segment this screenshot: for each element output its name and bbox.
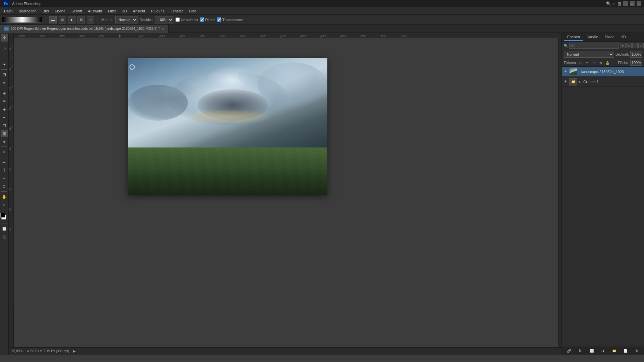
gradient-tool[interactable]: ▥ <box>1 130 8 137</box>
canvas-content[interactable] <box>14 38 558 347</box>
vertical-scrollbar[interactable] <box>558 38 561 347</box>
opacity-select[interactable]: 100% <box>155 16 173 23</box>
menu-filter[interactable]: Filter <box>105 8 119 14</box>
linear-gradient-btn[interactable]: ▬ <box>49 16 57 23</box>
dodge-tool[interactable]: ○ <box>1 148 8 156</box>
tab-3d[interactable]: 3D <box>618 34 629 41</box>
eraser-tool[interactable]: ◻ <box>1 122 8 129</box>
top-right-search[interactable]: 🔍 <box>606 1 611 6</box>
layer-visibility-gruppe1[interactable]: 👁 <box>563 79 568 84</box>
layer-item-landscape[interactable]: 👁 landscape-2130524_1920 <box>562 67 644 77</box>
layers-search-input[interactable] <box>569 43 619 49</box>
svg-text:3000: 3000 <box>240 35 246 37</box>
blur-tool[interactable]: ◈ <box>1 138 8 145</box>
svg-text:500: 500 <box>140 35 144 37</box>
tool-separator3 <box>1 88 7 88</box>
layer-item-gruppe1[interactable]: 👁 📁 ▶ Gruppe 1 <box>562 77 644 87</box>
new-group-btn[interactable]: 📁 <box>611 348 618 354</box>
menu-3d[interactable]: 3D <box>119 8 129 14</box>
main-layout: ✛ ▭ ⌒ ✦ ⊡ ✒ ⊕ ✏ ⊗ ↩ ◻ ▥ ◈ ○ ✒ T ↖ □ ✋ ⌕ … <box>0 33 644 355</box>
lock-image-btn[interactable]: ✏ <box>585 60 590 65</box>
shape-tool[interactable]: □ <box>1 183 8 190</box>
path-select-tool[interactable]: ↖ <box>1 175 8 182</box>
history-brush-tool[interactable]: ↩ <box>1 114 8 121</box>
window-close[interactable]: ✕ <box>637 1 641 6</box>
canvas-wrapper: -2500 -2000 -1500 -1000 -500 0 500 1000 <box>9 33 561 355</box>
zoom-tool[interactable]: ⌕ <box>1 201 8 208</box>
svg-text:20: 20 <box>9 127 11 130</box>
top-right-panel[interactable]: ▦ <box>618 1 621 6</box>
opacity-input[interactable] <box>630 51 642 58</box>
window-maximize[interactable]: □ <box>630 1 635 6</box>
marquee-tool[interactable]: ▭ <box>1 45 8 52</box>
doc-tab-close[interactable]: ✕ <box>162 27 164 31</box>
healing-brush-tool[interactable]: ⊕ <box>1 89 8 97</box>
menu-ansicht[interactable]: Ansicht <box>130 8 148 14</box>
brush-tool[interactable]: ✏ <box>1 98 8 105</box>
reflected-gradient-btn[interactable]: ⊟ <box>77 16 85 23</box>
fill-input[interactable] <box>630 60 642 66</box>
tab-pfade[interactable]: Pfade <box>601 34 618 41</box>
lock-pixels-btn[interactable]: ⬡ <box>578 60 583 65</box>
status-bar: 15,89% 4936 Px x 3319 Px (300 ppi) ▶ <box>9 347 561 355</box>
tab-ebenen[interactable]: Ebenen <box>564 34 583 41</box>
dither-checkbox[interactable] <box>200 17 204 22</box>
move-tool[interactable]: ✛ <box>1 34 8 42</box>
menu-plugins[interactable]: Plug-ins <box>148 8 167 14</box>
title-bar: Ps Adobe Photoshop 🔍 ⌕ ▦ ─ □ ✕ <box>0 0 644 7</box>
new-layer-btn[interactable]: 📄 <box>622 348 629 354</box>
top-right-zoom[interactable]: ⌕ <box>613 1 615 6</box>
diamond-gradient-btn[interactable]: ◇ <box>87 16 94 23</box>
filter-text-btn[interactable]: T <box>632 43 638 48</box>
reverse-checkbox[interactable] <box>175 17 180 22</box>
document-tab[interactable]: Ps 300 DPI Regen Schnee Regenbogen erste… <box>0 25 169 33</box>
link-layers-btn[interactable]: 🔗 <box>566 348 572 354</box>
angle-gradient-btn[interactable]: ◐ <box>68 16 75 23</box>
screen-mode-btn[interactable]: ⬛ <box>1 233 8 241</box>
radial-gradient-btn[interactable]: ◎ <box>59 16 66 23</box>
menu-bearbeiten[interactable]: Bearbeiten <box>16 8 39 14</box>
menu-auswahl[interactable]: Auswahl <box>85 8 105 14</box>
blend-mode-select[interactable]: Normal <box>564 51 614 58</box>
svg-text:35: 35 <box>9 188 11 190</box>
lock-position-btn[interactable]: ✛ <box>591 60 597 65</box>
menu-fenster[interactable]: Fenster <box>168 8 185 14</box>
gradient-preview[interactable] <box>2 17 42 23</box>
crop-tool[interactable]: ⊡ <box>1 71 8 78</box>
tab-kanale[interactable]: Kanäle <box>583 34 601 41</box>
opacity-label: Deckkr.: <box>140 18 153 22</box>
filter-shape-btn[interactable]: ◻ <box>638 43 644 48</box>
mode-select[interactable]: Normal <box>115 16 138 23</box>
filter-pixel-btn[interactable]: P <box>620 43 626 48</box>
menu-ebene[interactable]: Ebene <box>52 8 68 14</box>
transparency-checkbox[interactable] <box>217 17 221 22</box>
layer-visibility-landscape[interactable]: 👁 <box>563 69 568 74</box>
menu-hilfe[interactable]: Hilfe <box>186 8 199 14</box>
lock-artboard-btn[interactable]: ⊠ <box>598 60 603 65</box>
menu-schrift[interactable]: Schrift <box>69 8 85 14</box>
svg-text:4500: 4500 <box>301 35 306 37</box>
layer-name-gruppe1: Gruppe 1 <box>583 80 643 84</box>
foreground-color-swatch[interactable] <box>0 213 5 218</box>
filter-adjustment-btn[interactable]: A <box>626 43 632 48</box>
pen-tool[interactable]: ✒ <box>1 159 8 166</box>
menu-datei[interactable]: Datei <box>1 8 15 14</box>
hand-tool[interactable]: ✋ <box>1 193 8 200</box>
menu-bild[interactable]: Bild <box>40 8 51 14</box>
magic-wand-tool[interactable]: ✦ <box>1 61 8 68</box>
layer-expand-gruppe1[interactable]: ▶ <box>579 80 582 83</box>
delete-layer-btn[interactable]: 🗑 <box>634 348 640 354</box>
clone-stamp-tool[interactable]: ⊗ <box>1 106 8 113</box>
lasso-tool[interactable]: ⌒ <box>1 53 8 60</box>
new-adjustment-btn[interactable]: ◑ <box>599 348 606 354</box>
eyedropper-tool[interactable]: ✒ <box>1 79 8 86</box>
window-minimize[interactable]: ─ <box>623 1 628 6</box>
quick-mask-tool[interactable]: ⬜ <box>1 225 8 233</box>
app-logo: Ps <box>3 0 9 7</box>
color-swatches <box>0 212 9 222</box>
add-style-btn[interactable]: fx <box>577 348 584 354</box>
add-mask-btn[interactable]: ⬜ <box>588 348 595 354</box>
text-tool[interactable]: T <box>1 167 8 174</box>
lock-all-btn[interactable]: 🔒 <box>605 60 610 65</box>
doc-tab-icon: Ps <box>4 26 9 31</box>
